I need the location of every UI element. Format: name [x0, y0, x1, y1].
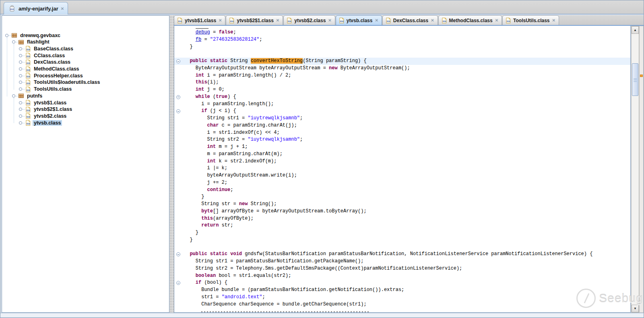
tree-item-drewwq-gevbaxc[interactable]: drewwq.gevbaxc — [5, 32, 62, 39]
code-line[interactable]: String str = new String(); — [174, 201, 630, 208]
code-lines: debug = false;fb = "274632583628124";}pu… — [174, 26, 630, 313]
code-line[interactable] — [174, 50, 630, 58]
panel-splitter[interactable] — [169, 15, 174, 313]
code-line[interactable]: CharSequence charSequence = bundle.getCh… — [174, 301, 630, 308]
expand-toggle-icon[interactable] — [12, 40, 15, 44]
tree-item-processhelper-class[interactable]: 010ProcessHelper.class — [19, 72, 84, 79]
code-line[interactable]: } — [174, 193, 630, 201]
tree-item-toolsutils-class[interactable]: 010ToolsUtils.class — [19, 86, 73, 93]
collapse-handle-icon[interactable] — [19, 67, 22, 71]
tree-item-methodclass-class[interactable]: 010MethodClass.class — [19, 66, 80, 73]
collapse-handle-icon[interactable] — [19, 81, 22, 84]
code-line[interactable]: String str2 = "iuytrewqlkjsamnb"; — [174, 136, 630, 143]
tree-item-baseclass-class[interactable]: 010BaseClass.class — [19, 45, 74, 52]
fold-collapse-icon[interactable] — [176, 59, 180, 63]
code-line[interactable]: i = str1.indexOf(c) << 4; — [174, 129, 630, 137]
editor-tab-ytvsb-class[interactable]: 010ytvsb.class✕ — [336, 15, 382, 25]
tree-item-ytvsb-2-class[interactable]: 010ytvsb$2.class — [19, 112, 68, 119]
tree-item-dexclass-class[interactable]: 010DexClass.class — [19, 59, 72, 66]
tree-item-cclass-class[interactable]: 010CClass.class — [19, 52, 66, 59]
tree-item-ytvsb-class[interactable]: 010ytvsb.class — [19, 119, 62, 126]
code-line[interactable]: i |= k; — [174, 165, 630, 172]
tab-close-icon[interactable]: ✕ — [430, 18, 434, 23]
code-line[interactable]: public static void gndsfw(StatusBarNotif… — [174, 251, 630, 258]
code-line[interactable]: if (j < i) { — [174, 108, 630, 115]
tree-item-toolsutils-loaderutils-class[interactable]: 010ToolsUtils$loaderutils.class — [19, 79, 101, 86]
tab-close-icon[interactable]: ✕ — [374, 18, 378, 23]
code-line[interactable]: m = paramString.charAt(m); — [174, 151, 630, 158]
editor-tab-dexclass-class[interactable]: 010DexClass.class✕ — [382, 15, 438, 25]
expand-toggle-icon[interactable] — [12, 94, 15, 98]
collapse-handle-icon[interactable] — [19, 108, 22, 111]
occurrence-marker[interactable] — [640, 75, 643, 77]
collapse-handle-icon[interactable] — [19, 87, 22, 91]
jar-tab[interactable]: 010 amly-enjarify.jar ✕ — [4, 2, 68, 15]
code-line[interactable]: if (bool) { — [174, 279, 630, 287]
code-line[interactable]: while (true) { — [174, 94, 630, 101]
editor-tab-ytvsb-2-class[interactable]: 010ytvsb$2.class✕ — [283, 15, 335, 25]
code-line[interactable]: return str; — [174, 222, 630, 229]
code-editor[interactable]: debug = false;fb = "274632583628124";}pu… — [174, 26, 631, 313]
collapse-handle-icon[interactable] — [19, 74, 22, 77]
code-line[interactable]: this(i); — [174, 79, 630, 86]
code-line[interactable]: byteArrayOutputStream.write(i); — [174, 172, 630, 179]
code-line[interactable]: str1 = "android.text"; — [174, 294, 630, 301]
tree-item-ytvsb-1-class[interactable]: 010ytvsb$1.class — [19, 99, 68, 106]
vertical-scrollbar[interactable]: ▲ ▼ — [631, 26, 639, 313]
tab-close-icon[interactable]: ✕ — [218, 18, 222, 23]
code-line[interactable] — [174, 244, 630, 251]
expand-toggle-icon[interactable] — [5, 34, 8, 37]
code-line[interactable]: } — [174, 44, 630, 51]
code-line[interactable]: } — [174, 237, 630, 244]
code-line[interactable]: int j = 0; — [174, 86, 630, 94]
fold-collapse-icon[interactable] — [176, 109, 180, 113]
svg-text:010: 010 — [178, 20, 182, 23]
code-line[interactable]: String str1 = paramStatusBarNotification… — [174, 258, 630, 265]
collapse-handle-icon[interactable] — [19, 60, 22, 64]
code-line[interactable]: int k = str2.indexOf(m); — [174, 158, 630, 165]
collapse-handle-icon[interactable] — [19, 101, 22, 104]
code-line[interactable]: boolean bool = str1.equals(str2); — [174, 272, 630, 280]
fold-collapse-icon[interactable] — [176, 281, 180, 285]
scrollbar-thumb[interactable] — [632, 63, 638, 96]
fold-collapse-icon[interactable] — [176, 252, 180, 256]
code-line[interactable]: continue; — [174, 187, 630, 194]
editor-tab-toolsutils-class[interactable]: 010ToolsUtils.class✕ — [502, 15, 559, 25]
code-line[interactable]: this(arrayOfByte); — [174, 215, 630, 222]
code-line[interactable]: public static String convertHexToString(… — [174, 58, 630, 65]
editor-tab-ytvsb-2-1-class[interactable]: 010ytvsb$2$1.class✕ — [226, 15, 283, 25]
code-line[interactable]: debug = false; — [174, 29, 630, 36]
tab-close-icon[interactable]: ✕ — [552, 18, 556, 23]
code-line[interactable]: String str1 = "iuytrewqlkjsamnb"; — [174, 115, 630, 122]
code-line[interactable]: char c = paramString.charAt(j); — [174, 122, 630, 129]
collapse-handle-icon[interactable] — [19, 54, 22, 57]
tab-close-icon[interactable]: ✕ — [495, 18, 499, 23]
fold-collapse-icon[interactable] — [176, 95, 180, 99]
code-line-clipped[interactable] — [174, 308, 630, 313]
code-line[interactable]: int m = j + 1; — [174, 143, 630, 151]
code-line[interactable]: fb = "274632583628124"; — [174, 36, 630, 44]
scroll-down-button[interactable]: ▼ — [632, 305, 639, 312]
code-line[interactable]: Bundle bundle = (paramStatusBarNotificat… — [174, 287, 630, 294]
jar-tab-close-icon[interactable]: ✕ — [60, 6, 64, 11]
code-line[interactable]: int i = paramString.length() / 2; — [174, 72, 630, 79]
tab-close-icon[interactable]: ✕ — [328, 18, 332, 23]
editor-tab-ytvsb-1-class[interactable]: 010ytvsb$1.class✕ — [174, 15, 225, 25]
tree-item-putnfs[interactable]: putnfs — [12, 92, 43, 99]
code-line[interactable]: ByteArrayOutputStream byteArrayOutputStr… — [174, 65, 630, 72]
editor-tab-methodclass-class[interactable]: 010MethodClass.class✕ — [438, 15, 502, 25]
code-line[interactable]: } — [174, 229, 630, 237]
code-line[interactable]: i = paramString.length(); — [174, 101, 630, 108]
scroll-up-button[interactable]: ▲ — [632, 26, 639, 34]
tree-item-flashlight[interactable]: flashlight — [12, 39, 51, 46]
code-line-clipped[interactable] — [174, 26, 630, 29]
code-line[interactable]: j += 2; — [174, 179, 630, 187]
svg-text:010: 010 — [27, 123, 30, 125]
tree-item-ytvsb-2-1-class[interactable]: 010ytvsb$2$1.class — [19, 106, 73, 113]
collapse-handle-icon[interactable] — [19, 121, 22, 125]
tab-close-icon[interactable]: ✕ — [276, 18, 280, 23]
code-line[interactable]: String str2 = Telephony.Sms.getDefaultSm… — [174, 265, 630, 272]
collapse-handle-icon[interactable] — [19, 47, 22, 50]
code-line[interactable]: byte[] arrayOfByte = byteArrayOutputStre… — [174, 208, 630, 215]
collapse-handle-icon[interactable] — [19, 114, 22, 118]
